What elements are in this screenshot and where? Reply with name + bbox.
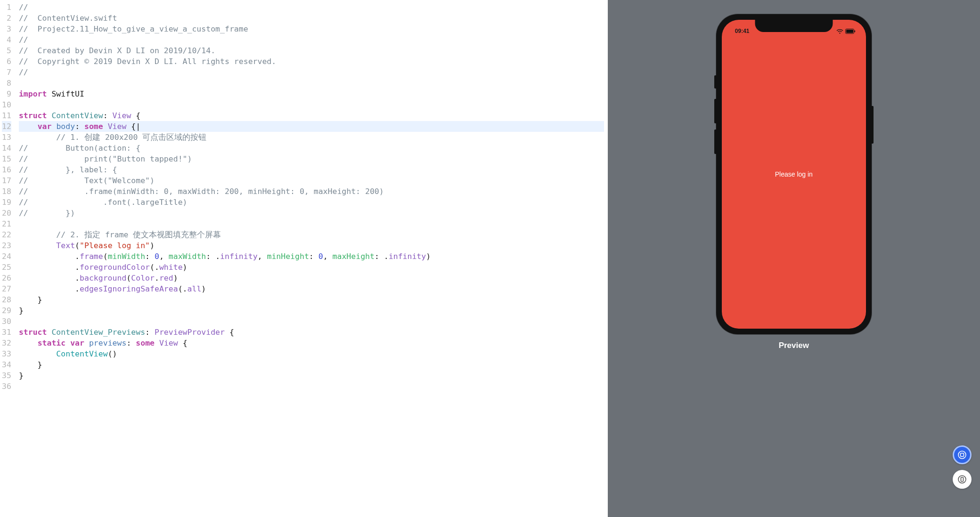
code-line[interactable]: } (19, 305, 604, 316)
code-line[interactable]: var body: some View {| (19, 121, 604, 132)
code-line[interactable]: struct ContentView: View { (19, 110, 604, 121)
line-number: 3 (2, 24, 11, 34)
code-line[interactable]: static var previews: some View { (19, 338, 604, 348)
line-number-gutter: 1234567891011121314151617181920212223242… (0, 0, 15, 517)
code-line[interactable] (19, 381, 604, 392)
line-number: 16 (2, 164, 11, 175)
canvas-button-group (953, 445, 972, 489)
line-number: 28 (2, 294, 11, 305)
code-line[interactable]: // Button(action: { (19, 143, 604, 153)
code-line[interactable]: // (19, 67, 604, 78)
line-number: 10 (2, 99, 11, 110)
code-line[interactable]: } (19, 370, 604, 381)
code-line[interactable]: ContentView() (19, 348, 604, 359)
preview-label: Preview (779, 341, 809, 350)
line-number: 25 (2, 262, 11, 273)
line-number: 9 (2, 89, 11, 99)
code-line[interactable]: // (19, 34, 604, 45)
code-line[interactable]: Text("Please log in") (19, 240, 604, 251)
wifi-icon (836, 29, 843, 34)
line-number: 12 (2, 121, 11, 132)
code-line[interactable]: import SwiftUI (19, 89, 604, 99)
code-line[interactable]: // Project2.11_How_to_give_a_view_a_cust… (19, 24, 604, 34)
live-preview-button[interactable] (953, 445, 972, 464)
line-number: 5 (2, 45, 11, 56)
code-line[interactable]: // Text("Welcome") (19, 175, 604, 186)
code-line[interactable]: // .frame(minWidth: 0, maxWidth: 200, mi… (19, 186, 604, 197)
svg-rect-6 (961, 477, 964, 482)
line-number: 32 (2, 338, 11, 348)
code-line[interactable]: // 1. 创建 200x200 可点击区域的按钮 (19, 132, 604, 143)
line-number: 15 (2, 153, 11, 164)
line-number: 26 (2, 273, 11, 283)
line-number: 34 (2, 359, 11, 370)
line-number: 18 (2, 186, 11, 197)
device-side-button (872, 106, 874, 144)
svg-rect-1 (846, 30, 853, 33)
line-number: 36 (2, 381, 11, 392)
device-side-button (714, 99, 716, 123)
device-icon (957, 475, 967, 484)
screen-text-label: Please log in (775, 170, 813, 178)
battery-icon (845, 29, 856, 34)
line-number: 19 (2, 197, 11, 208)
line-number: 24 (2, 251, 11, 262)
code-line[interactable]: .background(Color.red) (19, 273, 604, 283)
code-line[interactable]: .frame(minWidth: 0, maxWidth: .infinity,… (19, 251, 604, 262)
code-line[interactable]: struct ContentView_Previews: PreviewProv… (19, 327, 604, 338)
device-side-button (714, 75, 716, 89)
preview-canvas[interactable]: 09:41 Please log in Preview (608, 0, 980, 517)
line-number: 4 (2, 34, 11, 45)
code-line[interactable]: .foregroundColor(.white) (19, 262, 604, 273)
line-number: 31 (2, 327, 11, 338)
code-line[interactable]: .edgesIgnoringSafeArea(.all) (19, 283, 604, 294)
status-time: 09:41 (735, 28, 750, 34)
line-number: 8 (2, 78, 11, 89)
line-number: 13 (2, 132, 11, 143)
code-line[interactable]: // Copyright © 2019 Devin X D LI. All ri… (19, 56, 604, 67)
code-line[interactable]: // ContentView.swift (19, 13, 604, 24)
line-number: 35 (2, 370, 11, 381)
line-number: 20 (2, 208, 11, 218)
code-line[interactable]: } (19, 294, 604, 305)
code-line[interactable]: // 2. 指定 frame 使文本视图填充整个屏幕 (19, 229, 604, 240)
code-line[interactable]: // (19, 2, 604, 13)
code-line[interactable]: // Created by Devin X D LI on 2019/10/14… (19, 45, 604, 56)
line-number: 21 (2, 218, 11, 229)
line-number: 14 (2, 143, 11, 153)
code-line[interactable]: // print("Button tapped!") (19, 153, 604, 164)
svg-rect-4 (961, 453, 964, 457)
play-preview-icon (957, 450, 967, 460)
code-line[interactable] (19, 78, 604, 89)
svg-point-5 (958, 476, 966, 483)
device-frame: 09:41 Please log in (716, 14, 872, 334)
svg-point-3 (958, 451, 966, 459)
line-number: 23 (2, 240, 11, 251)
line-number: 17 (2, 175, 11, 186)
code-editor[interactable]: 1234567891011121314151617181920212223242… (0, 0, 608, 517)
line-number: 29 (2, 305, 11, 316)
line-number: 33 (2, 348, 11, 359)
code-line[interactable]: } (19, 359, 604, 370)
line-number: 27 (2, 283, 11, 294)
code-line[interactable]: // }) (19, 208, 604, 218)
line-number: 22 (2, 229, 11, 240)
device-notch (755, 20, 833, 32)
line-number: 11 (2, 110, 11, 121)
line-number: 1 (2, 2, 11, 13)
code-area[interactable]: //// ContentView.swift// Project2.11_How… (15, 0, 608, 517)
code-line[interactable]: // }, label: { (19, 164, 604, 175)
line-number: 7 (2, 67, 11, 78)
code-line[interactable] (19, 316, 604, 327)
line-number: 2 (2, 13, 11, 24)
device-screen[interactable]: 09:41 Please log in (722, 20, 866, 329)
code-line[interactable]: // .font(.largeTitle) (19, 197, 604, 208)
device-settings-button[interactable] (953, 470, 972, 489)
code-line[interactable] (19, 99, 604, 110)
status-indicators (836, 29, 856, 34)
svg-rect-2 (854, 30, 855, 32)
code-line[interactable] (19, 218, 604, 229)
text-cursor: | (136, 122, 140, 131)
device-side-button (714, 129, 716, 154)
line-number: 30 (2, 316, 11, 327)
